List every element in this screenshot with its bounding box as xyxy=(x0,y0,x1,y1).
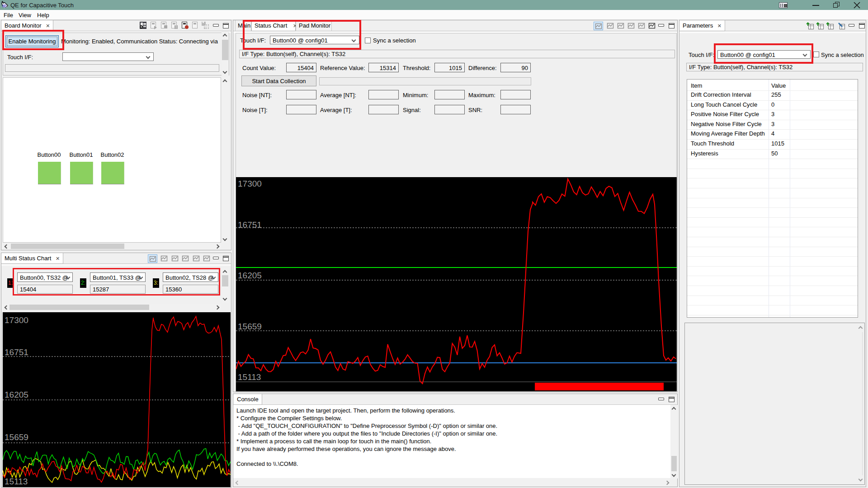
svg-text:QE: QE xyxy=(3,5,8,8)
